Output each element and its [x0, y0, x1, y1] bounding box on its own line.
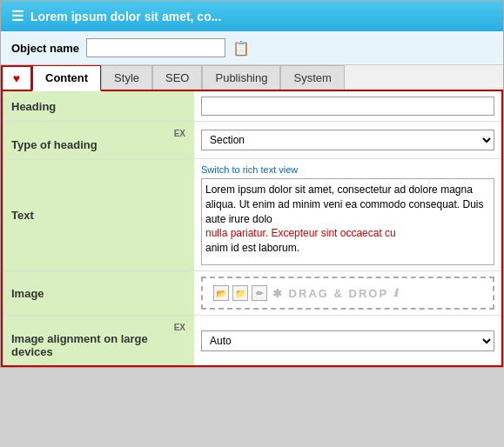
text-label: Text	[11, 209, 185, 222]
image-alignment-select[interactable]: Auto Left Right Center	[201, 330, 494, 351]
menu-icon: ☰	[11, 8, 24, 24]
type-of-heading-field-col: Section H1 H2 H3 H4 H5 H6	[194, 122, 501, 158]
image-browse-icon[interactable]: 📁	[232, 285, 248, 301]
object-name-input[interactable]	[86, 38, 225, 57]
tab-content[interactable]: Content	[32, 65, 101, 91]
type-of-heading-label-col: EX Type of heading	[3, 122, 194, 158]
tab-system[interactable]: System	[280, 65, 344, 90]
image-edit-icon[interactable]: ✏	[252, 285, 267, 301]
tab-publishing[interactable]: Publishing	[202, 65, 280, 90]
window: ☰ Lorem ipsum dolor sit amet, co... Obje…	[0, 0, 504, 368]
switch-rich-text-link[interactable]: Switch to rich text view	[201, 164, 494, 175]
type-of-heading-select[interactable]: Section H1 H2 H3 H4 H5 H6	[201, 130, 494, 150]
tab-style[interactable]: Style	[101, 65, 152, 90]
heading-row: Heading	[3, 91, 501, 122]
image-upload-icon[interactable]: 📂	[213, 285, 229, 301]
image-row: Image 📂 📁 ✏ ✱ DRAG & DROP ℹ	[3, 271, 501, 316]
object-name-label: Object name	[11, 42, 79, 55]
type-of-heading-label: Type of heading	[11, 138, 185, 151]
image-label: Image	[11, 287, 185, 300]
image-alignment-ex: EX	[174, 323, 185, 332]
drag-drop-text: ✱ DRAG & DROP	[272, 287, 388, 300]
image-label-col: Image	[3, 271, 194, 315]
drag-drop-area[interactable]: 📂 📁 ✏ ✱ DRAG & DROP ℹ	[201, 277, 494, 310]
image-alignment-row: EX Image alignment on large devices Auto…	[3, 316, 501, 365]
heading-label-col: Heading	[3, 91, 194, 121]
drag-drop-info-icon: ℹ	[393, 287, 399, 299]
main-content: Heading EX Type of heading Section H1 H2…	[1, 91, 503, 367]
object-name-row: Object name 📋	[1, 31, 503, 65]
heading-label: Heading	[11, 100, 185, 113]
heading-field-col	[194, 91, 501, 121]
text-field-col: Switch to rich text view Lorem ipsum dol…	[194, 159, 501, 270]
title-bar: ☰ Lorem ipsum dolor sit amet, co...	[1, 1, 503, 31]
image-alignment-label-col: EX Image alignment on large devices	[3, 316, 194, 365]
text-content-black2: anim id est laborum.	[205, 242, 299, 254]
text-content-red: nulla pariatur. Excepteur sint occaecat …	[205, 227, 396, 239]
text-label-col: Text	[3, 159, 194, 270]
copy-icon[interactable]: 📋	[232, 40, 250, 57]
text-content-area[interactable]: Lorem ipsum dolor sit amet, consectetur …	[201, 178, 494, 265]
tab-seo[interactable]: SEO	[152, 65, 202, 90]
heading-input[interactable]	[201, 97, 494, 116]
tab-heart[interactable]: ♥	[1, 65, 32, 90]
drag-drop-icons: 📂 📁 ✏	[213, 285, 267, 301]
window-title: Lorem ipsum dolor sit amet, co...	[30, 10, 221, 23]
image-field-col: 📂 📁 ✏ ✱ DRAG & DROP ℹ	[194, 271, 501, 315]
image-alignment-label: Image alignment on large devices	[11, 332, 185, 358]
tabs-row: ♥ Content Style SEO Publishing System	[1, 65, 503, 91]
text-content-black: Lorem ipsum dolor sit amet, consectetur …	[205, 183, 484, 225]
text-row: Text Switch to rich text view Lorem ipsu…	[3, 159, 501, 271]
image-alignment-field-col: Auto Left Right Center	[194, 316, 501, 365]
type-of-heading-row: EX Type of heading Section H1 H2 H3 H4 H…	[3, 122, 501, 159]
type-of-heading-ex: EX	[174, 129, 185, 138]
